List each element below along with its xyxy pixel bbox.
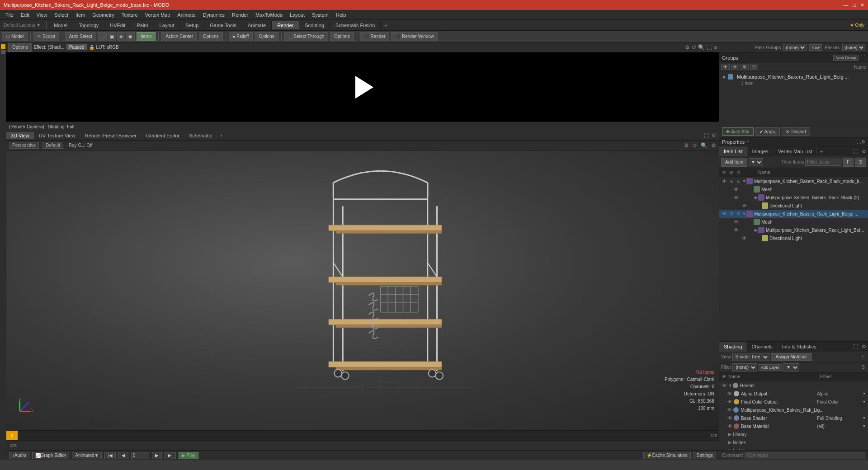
tab-uv-texture-view[interactable]: UV Texture View bbox=[34, 132, 80, 139]
video-options-btn[interactable]: Options bbox=[8, 43, 32, 52]
tab-schematic[interactable]: Schematic bbox=[184, 132, 217, 139]
next-frame-btn[interactable]: ▶| bbox=[165, 452, 176, 459]
view-settings-icon[interactable]: ⚙ bbox=[712, 132, 716, 138]
video-ctrl-2[interactable]: ↺ bbox=[692, 44, 696, 51]
add-view-tab[interactable]: + bbox=[217, 132, 225, 139]
tab-setup[interactable]: Setup bbox=[180, 21, 205, 29]
video-ctrl-4[interactable]: ⛶ bbox=[707, 44, 712, 51]
tab-3dview[interactable]: 3D View bbox=[6, 132, 34, 139]
tab-images[interactable]: Images bbox=[748, 146, 774, 156]
render-window-btn[interactable]: ⬛ Render Window bbox=[391, 32, 438, 41]
falloff-btn[interactable]: ● Falloff bbox=[229, 32, 253, 41]
expand-3[interactable]: ▼ bbox=[742, 212, 746, 216]
filter-select[interactable]: (none) bbox=[732, 363, 757, 371]
properties-plus[interactable]: + bbox=[746, 139, 749, 144]
menu-file[interactable]: File bbox=[2, 11, 17, 19]
tab-scripting[interactable]: Scripting bbox=[299, 21, 330, 29]
tree-item-light1[interactable]: 👁 Directional Light bbox=[719, 202, 868, 210]
tab-schematic[interactable]: Schematic Fusion bbox=[330, 21, 381, 29]
menu-view[interactable]: View bbox=[33, 11, 51, 19]
tab-gradient-editor[interactable]: Gradient Editor bbox=[142, 132, 184, 139]
video-content[interactable] bbox=[6, 52, 719, 122]
default-layouts[interactable]: Default Layouts ▼ bbox=[0, 22, 44, 28]
shading-base-shader[interactable]: 👁 Base Shader Full Shading ▼ bbox=[719, 414, 868, 422]
pass-groups-select[interactable]: (none) bbox=[783, 44, 807, 51]
tab-layout[interactable]: Layout bbox=[154, 21, 180, 29]
shading-alpha[interactable]: 👁 Alpha Output Alpha ▼ bbox=[719, 390, 868, 398]
menu-select[interactable]: Select bbox=[51, 11, 72, 19]
tool-btn-1[interactable]: ⬚ bbox=[98, 32, 107, 41]
il-expand[interactable]: ⛶ bbox=[851, 149, 860, 154]
tab-vertex-map-list[interactable]: Vertex Map List bbox=[774, 146, 817, 156]
tab-render[interactable]: Render bbox=[272, 21, 299, 29]
tab-uvedit[interactable]: UVEdit bbox=[104, 21, 131, 29]
tool-btn-3[interactable]: ◈ bbox=[117, 32, 125, 41]
shading-settings[interactable]: ⚙ bbox=[860, 344, 868, 350]
options-btn-2[interactable]: Options bbox=[255, 32, 278, 41]
video-ctrl-5[interactable]: ≡ bbox=[714, 44, 717, 51]
groups-btn-3[interactable]: ⊞ bbox=[741, 64, 749, 70]
shading-render[interactable]: 👁 ▼ Render bbox=[719, 381, 868, 390]
tab-item-list[interactable]: Item List bbox=[719, 146, 748, 156]
tab-paint[interactable]: Paint bbox=[131, 21, 154, 29]
graph-editor-btn[interactable]: 📈 Graph Editor bbox=[32, 452, 70, 459]
maximize-btn[interactable]: □ bbox=[853, 2, 856, 8]
menu-item[interactable]: Item bbox=[72, 11, 89, 19]
sidebar-icon-2[interactable] bbox=[1, 50, 5, 54]
expand-4[interactable]: ▶ bbox=[754, 228, 758, 232]
options-btn-1[interactable]: Options bbox=[199, 32, 222, 41]
close-btn[interactable]: ✕ bbox=[860, 2, 864, 8]
menu-render[interactable]: Render bbox=[228, 11, 252, 19]
eye-l2[interactable]: 👁 bbox=[741, 235, 747, 241]
shading-mat[interactable]: 👁 Multipurpose_Kitchen_Bakers_Rak_Lig... bbox=[719, 406, 868, 414]
menu-geometry[interactable]: Geometry bbox=[89, 11, 118, 19]
groups-btn-4[interactable]: ⊟ bbox=[750, 64, 758, 70]
new-group-btn[interactable]: New Group bbox=[833, 55, 859, 61]
filter-s-btn[interactable]: S bbox=[855, 158, 866, 167]
items-btn[interactable]: Items bbox=[137, 32, 156, 41]
tree-item-group3[interactable]: 👁 ⊞ ⊡ ▼ Multipurpose_Kitchen_Bakers_Rack… bbox=[719, 210, 868, 218]
shading-base-mat[interactable]: 👁 Base Material (all) ▼ bbox=[719, 422, 868, 430]
window-controls[interactable]: — □ ✕ bbox=[843, 2, 864, 8]
tree-item-group2[interactable]: 👁 ▶ Multipurpose_Kitchen_Bakers_Rack_Bla… bbox=[719, 193, 868, 202]
shade-expand-lib[interactable]: ▶ bbox=[728, 432, 733, 437]
expand-1[interactable]: ▼ bbox=[742, 179, 746, 183]
play-button[interactable] bbox=[355, 76, 373, 99]
video-ctrl-3[interactable]: 🔍 bbox=[698, 44, 705, 51]
menu-texture[interactable]: Texture bbox=[118, 11, 142, 19]
tool-btn-2[interactable]: ▣ bbox=[108, 32, 116, 41]
viewport-content[interactable]: Z X Y No Items Polygons : Catmull-Clark … bbox=[6, 150, 719, 430]
shading-f-btn[interactable]: F bbox=[861, 354, 866, 359]
assign-material-btn[interactable]: Assign Material bbox=[771, 353, 811, 361]
vis-1[interactable]: ⊡ bbox=[736, 179, 742, 183]
group-item-1[interactable]: ▶ Multipurpose_Kitchen_Bakers_Rack_Light… bbox=[721, 73, 866, 80]
sidebar-icon-1[interactable] bbox=[1, 44, 5, 49]
tab-shading[interactable]: Shading bbox=[719, 342, 747, 352]
command-input[interactable] bbox=[745, 452, 865, 459]
props-settings[interactable]: ⚙ bbox=[861, 139, 865, 144]
tab-render-preset-browser[interactable]: Render Preset Browser bbox=[80, 132, 142, 139]
menu-help[interactable]: Help bbox=[332, 11, 350, 19]
expand-view-icon[interactable]: ⛶ bbox=[704, 133, 709, 138]
shading-lights[interactable]: 👁 ▶ Lights bbox=[719, 446, 868, 450]
video-ctrl-1[interactable]: ⚙ bbox=[685, 44, 690, 51]
eye-3[interactable]: 👁 bbox=[721, 211, 727, 216]
eye-l1[interactable]: 👁 bbox=[741, 203, 747, 208]
apply-btn[interactable]: ✔ Apply bbox=[755, 127, 780, 136]
new-passes-btn[interactable]: New bbox=[809, 44, 822, 51]
item-list-plus[interactable]: + bbox=[817, 148, 825, 155]
shade-eye-6[interactable]: 👁 bbox=[726, 423, 733, 429]
tree-item-group1[interactable]: 👁 ⊞ ⊡ ▼ Multipurpose_Kitchen_Bakers_Rack… bbox=[719, 177, 868, 185]
discard-btn[interactable]: ✕ Discard bbox=[782, 127, 810, 136]
filter-f-btn[interactable]: F bbox=[843, 158, 854, 167]
model-btn[interactable]: ⬡ Model bbox=[2, 32, 28, 41]
vp-ctrl-1[interactable]: ⚙ bbox=[684, 142, 689, 149]
menu-edit[interactable]: Edit bbox=[17, 11, 33, 19]
eye-4[interactable]: 👁 bbox=[733, 227, 739, 233]
menu-dynamics[interactable]: Dynamics bbox=[199, 11, 228, 19]
only-label[interactable]: ★ Only bbox=[846, 22, 868, 28]
prev-frame-btn[interactable]: |◀ bbox=[104, 452, 116, 459]
sculpt-btn[interactable]: ✏ Sculpt bbox=[33, 32, 59, 41]
add-layer-select[interactable]: ▼ bbox=[783, 363, 799, 371]
expand-groups-icon[interactable]: ⛶ bbox=[860, 55, 865, 61]
